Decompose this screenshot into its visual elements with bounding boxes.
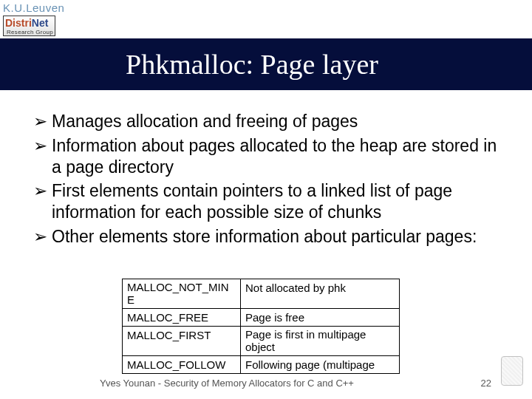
bullet-text: Information about pages allocated to the… xyxy=(52,135,510,178)
status-desc-cell: Page is free xyxy=(241,309,400,327)
table-row: MALLOC_FIRST Page is first in multipage … xyxy=(123,327,400,356)
page-status-table: MALLOC_NOT_MIN E Not allocated by phk MA… xyxy=(122,279,400,374)
cell-text: E xyxy=(127,293,134,306)
bullet-text: First elements contain pointers to a lin… xyxy=(52,180,510,223)
status-name-cell: MALLOC_FREE xyxy=(123,309,241,327)
status-desc-cell: Following page (multipage xyxy=(241,356,400,374)
bullet-item: ➢ First elements contain pointers to a l… xyxy=(33,180,510,223)
bullet-item: ➢ Other elements store information about… xyxy=(33,226,510,248)
bullet-item: ➢ Manages allocation and freeing of page… xyxy=(33,111,510,132)
title-bar: Phkmalloc: Page layer xyxy=(0,38,532,90)
footer-page-number: 22 xyxy=(481,378,491,389)
group-name-part-a: Distri xyxy=(5,17,32,29)
cell-text: object xyxy=(245,341,275,353)
status-desc-cell: Page is first in multipage object xyxy=(241,327,400,356)
slide-title: Phkmalloc: Page layer xyxy=(126,48,378,81)
bullet-arrow-icon: ➢ xyxy=(33,180,47,223)
table-row: MALLOC_NOT_MIN E Not allocated by phk xyxy=(123,279,400,309)
university-name: K.U.Leuven xyxy=(3,1,99,14)
status-name-cell: MALLOC_FIRST xyxy=(123,327,241,356)
bullet-arrow-icon: ➢ xyxy=(33,135,47,178)
status-desc-cell: Not allocated by phk xyxy=(241,279,400,309)
group-subtitle: Research Group xyxy=(7,29,53,35)
table-row: MALLOC_FOLLOW Following page (multipage xyxy=(123,356,400,374)
status-name-cell: MALLOC_NOT_MIN E xyxy=(123,279,241,309)
cell-text: MALLOC_NOT_MIN xyxy=(127,281,229,293)
bullet-item: ➢ Information about pages allocated to t… xyxy=(33,135,510,178)
bullet-arrow-icon: ➢ xyxy=(33,226,47,248)
bullet-text: Other elements store information about p… xyxy=(52,226,510,248)
group-name-part-b: Net xyxy=(32,17,49,29)
content-area: ➢ Manages allocation and freeing of page… xyxy=(33,111,510,250)
research-group-box: DistriNet Research Group xyxy=(3,16,55,36)
bullet-text: Manages allocation and freeing of pages xyxy=(52,111,510,132)
bullet-arrow-icon: ➢ xyxy=(33,111,47,132)
table-row: MALLOC_FREE Page is free xyxy=(123,309,400,327)
logo-block: K.U.Leuven DistriNet Research Group xyxy=(3,1,99,40)
seal-icon xyxy=(501,356,523,386)
status-name-cell: MALLOC_FOLLOW xyxy=(123,356,241,374)
footer-author: Yves Younan - Security of Memory Allocat… xyxy=(100,378,354,389)
cell-text: Page is first in multipage xyxy=(245,328,366,341)
